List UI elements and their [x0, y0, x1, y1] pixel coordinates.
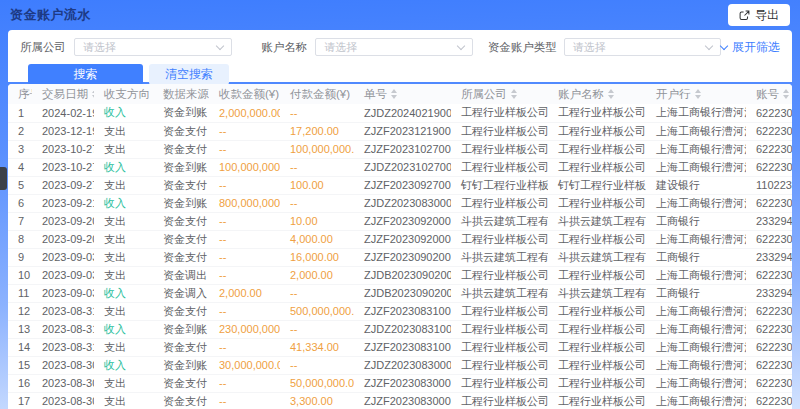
- column-header-order-no[interactable]: 单号: [354, 84, 451, 104]
- account-type-select[interactable]: 请选择: [564, 38, 721, 56]
- chevron-down-icon: [456, 42, 464, 50]
- cell-receipt-amount: --: [209, 338, 280, 356]
- export-button[interactable]: 导出: [728, 4, 790, 26]
- cell-source: 资金支付: [153, 392, 209, 409]
- column-label: 付款金额(¥): [290, 88, 350, 100]
- table-row: 32023-10-27支出资金支付--100,000,000.00ZJZF202…: [8, 140, 792, 158]
- table-row: 62023-09-21收入资金到账800,000,000.00--ZJDZ202…: [8, 194, 792, 212]
- column-header-source[interactable]: 数据来源: [153, 84, 209, 104]
- column-header-bank[interactable]: 开户行: [646, 84, 746, 104]
- column-label: 序号: [18, 88, 32, 100]
- column-header-account-name[interactable]: 账户名称: [548, 84, 646, 104]
- cell-bank: 上海工商银行漕河泾支行: [646, 158, 746, 176]
- table-row: 12024-02-19收入资金到账2,000,000.00--ZJDZ20240…: [8, 104, 792, 122]
- table-row: 72023-09-20支出资金支付--10.00ZJZF20230920002斗…: [8, 212, 792, 230]
- cell-bank: 上海工商银行漕河泾支行: [646, 338, 746, 356]
- cell-order-no: ZJZF20230830007: [354, 374, 451, 392]
- table-row: 22023-12-19支出资金支付--17,200.00ZJZF20231219…: [8, 122, 792, 140]
- cell-source: 资金支付: [153, 302, 209, 320]
- cell-account-name: 工程行业样板公司: [548, 320, 646, 338]
- page-title: 资金账户流水: [10, 6, 91, 24]
- expand-filters-label: 展开筛选: [732, 39, 780, 56]
- cell-account-no: 622230111: [746, 158, 792, 176]
- cell-account-no: 233294894: [746, 284, 792, 302]
- cell-date: 2023-09-20: [32, 212, 94, 230]
- cell-source: 资金到账: [153, 194, 209, 212]
- cell-source: 资金调入: [153, 284, 209, 302]
- side-drawer-handle[interactable]: [0, 167, 7, 190]
- column-header-receipt[interactable]: 收款金额(¥): [209, 84, 280, 104]
- cell-payment-amount: 500,000,000.00: [280, 302, 354, 320]
- cell-account-name: 工程行业样板公司: [548, 302, 646, 320]
- sort-icon[interactable]: [92, 89, 94, 99]
- cell-no: 17: [8, 392, 32, 409]
- cell-bank: 上海工商银行漕河泾支行: [646, 230, 746, 248]
- column-header-no: 序号: [8, 84, 32, 104]
- table-row: 92023-09-03支出资金支付--16,000.00ZJZF20230902…: [8, 248, 792, 266]
- column-header-direction[interactable]: 收支方向: [94, 84, 153, 104]
- cell-direction: 收入: [94, 194, 153, 212]
- cell-direction: 收入: [94, 356, 153, 374]
- top-bar: 资金账户流水 导出: [0, 0, 800, 30]
- cell-account-no: 233294894: [746, 212, 792, 230]
- cell-order-no: ZJZF20230831001: [354, 338, 451, 356]
- column-header-company[interactable]: 所属公司: [451, 84, 548, 104]
- cell-payment-amount: 16,000.00: [280, 248, 354, 266]
- column-label: 数据来源: [163, 88, 209, 100]
- cell-no: 14: [8, 338, 32, 356]
- cell-no: 13: [8, 320, 32, 338]
- cell-source: 资金到账: [153, 320, 209, 338]
- cell-account-name: 斗拱云建筑工程有限公司: [548, 248, 646, 266]
- cell-account-name: 工程行业样板公司: [548, 266, 646, 284]
- cell-source: 资金调出: [153, 266, 209, 284]
- column-label: 收支方向: [104, 88, 150, 100]
- search-button[interactable]: 搜索: [28, 64, 143, 85]
- cell-payment-amount: 10.00: [280, 212, 354, 230]
- sort-icon[interactable]: [695, 89, 701, 99]
- clear-search-button[interactable]: 清空搜索: [149, 64, 229, 85]
- cell-direction: 支出: [94, 374, 153, 392]
- cell-payment-amount: --: [280, 104, 354, 122]
- cell-receipt-amount: --: [209, 140, 280, 158]
- column-header-date[interactable]: 交易日期: [32, 84, 94, 104]
- cell-order-no: ZJDZ20230831001: [354, 320, 451, 338]
- cell-account-name: 工程行业样板公司: [548, 374, 646, 392]
- cell-direction: 收入: [94, 284, 153, 302]
- expand-filters-link[interactable]: 展开筛选: [721, 39, 780, 56]
- account-name-select[interactable]: 请选择: [315, 38, 472, 56]
- cell-source: 资金支付: [153, 248, 209, 266]
- column-label: 账号: [756, 88, 779, 100]
- cell-source: 资金到账: [153, 356, 209, 374]
- column-header-account-no[interactable]: 账号: [746, 84, 792, 104]
- cell-company: 工程行业样板公司: [451, 356, 548, 374]
- sort-icon[interactable]: [608, 89, 614, 99]
- cell-source: 资金支付: [153, 140, 209, 158]
- cell-date: 2023-09-21: [32, 194, 94, 212]
- cell-account-name: 工程行业样板公司: [548, 158, 646, 176]
- cell-date: 2023-08-30: [32, 356, 94, 374]
- cell-direction: 收入: [94, 104, 153, 122]
- cell-direction: 支出: [94, 338, 153, 356]
- cell-no: 5: [8, 176, 32, 194]
- cell-receipt-amount: --: [209, 248, 280, 266]
- sort-icon[interactable]: [391, 89, 397, 99]
- cell-direction: 支出: [94, 122, 153, 140]
- cell-receipt-amount: 230,000,000.00: [209, 320, 280, 338]
- column-header-payment[interactable]: 付款金额(¥): [280, 84, 354, 104]
- cell-payment-amount: 17,200.00: [280, 122, 354, 140]
- filter-label-account-type: 资金账户类型: [488, 40, 557, 55]
- cell-account-name: 钉钉工程行业样板间: [548, 176, 646, 194]
- cell-payment-amount: 3,300.00: [280, 392, 354, 409]
- cell-no: 2: [8, 122, 32, 140]
- cell-company: 斗拱云建筑工程有限公司: [451, 248, 548, 266]
- table-row: 152023-08-30收入资金到账30,000,000.00--ZJDZ202…: [8, 356, 792, 374]
- sort-icon[interactable]: [783, 89, 789, 99]
- company-select[interactable]: 请选择: [74, 38, 232, 56]
- sort-icon[interactable]: [511, 89, 517, 99]
- filter-label-account-name: 账户名称: [261, 40, 307, 55]
- cell-no: 15: [8, 356, 32, 374]
- cell-payment-amount: --: [280, 194, 354, 212]
- flow-table: 序号交易日期收支方向数据来源收款金额(¥)付款金额(¥)单号所属公司账户名称开户…: [8, 84, 792, 409]
- cell-receipt-amount: --: [209, 176, 280, 194]
- cell-date: 2023-09-20: [32, 230, 94, 248]
